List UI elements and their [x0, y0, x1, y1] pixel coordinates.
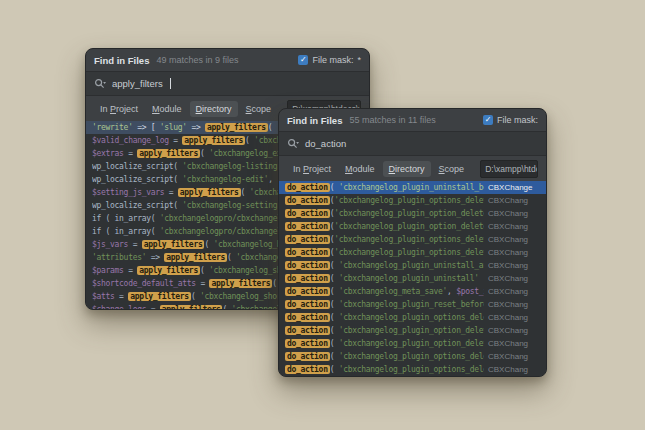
result-row[interactable]: do_action( 'cbxchangelog_plugin_reset_be…: [279, 298, 546, 311]
match-highlight: apply_filters: [137, 149, 200, 158]
file-mask-control: ✓ File mask: *: [298, 55, 361, 65]
scope-tab-in-project[interactable]: In Project: [94, 101, 144, 117]
scope-tab-in-project[interactable]: In Project: [287, 161, 337, 177]
result-row[interactable]: do_action( 'cbxchangelog_plugin_options_…: [279, 350, 546, 363]
match-highlight: apply_filters: [137, 266, 200, 275]
search-query-text: apply_filters: [112, 78, 163, 89]
result-filename: CBXChang: [484, 352, 546, 361]
result-filename: CBXChang: [484, 287, 546, 296]
result-filename: CBXChang: [484, 235, 546, 244]
match-highlight: do_action: [285, 183, 330, 192]
scope-tab-scope[interactable]: Scope: [240, 101, 278, 117]
file-mask-checkbox[interactable]: ✓: [483, 115, 493, 125]
match-highlight: apply_filters: [209, 279, 272, 288]
result-code: do_action('cbxchangelog_plugin_options_d…: [285, 235, 484, 244]
checkmark-icon: ✓: [485, 116, 492, 124]
scope-tab-scope[interactable]: Scope: [433, 161, 471, 177]
result-row[interactable]: do_action( 'cbxchangelog_plugin_options_…: [279, 363, 546, 376]
match-highlight: apply_filters: [178, 188, 241, 197]
scope-tabs: In ProjectModuleDirectoryScope: [287, 161, 470, 177]
scope-tab-module[interactable]: Module: [339, 161, 381, 177]
result-code: do_action( 'cbxchangelog_meta_save', $po…: [285, 287, 484, 296]
match-highlight: apply_filters: [142, 240, 205, 249]
match-highlight: apply_filters: [205, 123, 268, 132]
file-mask-value[interactable]: *: [357, 55, 361, 65]
result-code: do_action( 'cbxchangelog_plugin_option_d…: [285, 326, 484, 335]
result-filename: CBXChang: [484, 209, 546, 218]
match-highlight: do_action: [285, 326, 330, 335]
result-filename: CBXChang: [484, 300, 546, 309]
result-row[interactable]: do_action( 'cbxchangelog_plugin_uninstal…: [279, 272, 546, 285]
match-highlight: do_action: [285, 248, 330, 257]
result-code: do_action( 'cbxchangelog_plugin_uninstal…: [285, 274, 484, 283]
window-title: Find in Files: [94, 55, 149, 66]
desktop-background: Find in Files 49 matches in 9 files ✓ Fi…: [0, 0, 645, 430]
result-filename: CBXChang: [484, 196, 546, 205]
match-highlight: do_action: [285, 222, 330, 231]
result-code: do_action('cbxchangelog_plugin_option_de…: [285, 222, 484, 231]
match-highlight: apply_filters: [182, 136, 245, 145]
result-filename: CBXChang: [484, 222, 546, 231]
result-filename: CBXChang: [484, 274, 546, 283]
search-input[interactable]: apply_filters: [86, 71, 369, 96]
match-highlight: do_action: [285, 261, 330, 270]
match-count: 55 matches in 11 files: [349, 115, 477, 125]
match-highlight: apply_filters: [164, 253, 227, 262]
directory-path-field[interactable]: D:\xampp\htdocs\wpplugins: [480, 160, 538, 178]
window-header: Find in Files 49 matches in 9 files ✓ Fi…: [86, 49, 369, 71]
result-filename: CBXChang: [484, 339, 546, 348]
match-highlight: do_action: [285, 287, 330, 296]
results-list: do_action( 'cbxchangelog_plugin_uninstal…: [279, 181, 546, 376]
result-row[interactable]: do_action('cbxchangelog_plugin_options_d…: [279, 194, 546, 207]
window-title: Find in Files: [287, 115, 342, 126]
result-code: do_action( 'cbxchangelog_plugin_reset_be…: [285, 300, 484, 309]
result-code: do_action( 'cbxchangelog_plugin_options_…: [285, 352, 484, 361]
result-row[interactable]: do_action( 'cbxchangelog_plugin_options_…: [279, 311, 546, 324]
search-icon[interactable]: [94, 78, 106, 90]
result-row[interactable]: do_action('cbxchangelog_plugin_option_de…: [279, 207, 546, 220]
result-filename: CBXChang: [484, 261, 546, 270]
result-code: do_action( 'cbxchangelog_plugin_options_…: [285, 365, 484, 374]
scope-tabs: In ProjectModuleDirectoryScope: [94, 101, 277, 117]
file-mask-checkbox[interactable]: ✓: [298, 55, 308, 65]
match-highlight: do_action: [285, 209, 330, 218]
result-code: do_action( 'cbxchangelog_plugin_option_d…: [285, 339, 484, 348]
scope-tab-module[interactable]: Module: [146, 101, 188, 117]
scope-tab-directory[interactable]: Directory: [383, 161, 431, 177]
result-filename: CBXChange: [484, 183, 546, 192]
result-filename: CBXChang: [484, 248, 546, 257]
text-caret: [170, 78, 171, 89]
result-row[interactable]: do_action('cbxchangelog_plugin_option_de…: [279, 220, 546, 233]
match-highlight: do_action: [285, 196, 330, 205]
result-row[interactable]: do_action( 'cbxchangelog_plugin_option_d…: [279, 337, 546, 350]
result-row[interactable]: do_action( 'cbxchangelog_meta_save', $po…: [279, 285, 546, 298]
file-mask-control: ✓ File mask:: [483, 115, 538, 125]
checkmark-icon: ✓: [300, 56, 307, 64]
file-mask-label[interactable]: File mask:: [497, 115, 538, 125]
result-row[interactable]: do_action('cbxchangelog_plugin_options_d…: [279, 246, 546, 259]
file-mask-label[interactable]: File mask:: [312, 55, 353, 65]
match-highlight: do_action: [285, 365, 330, 374]
search-icon[interactable]: [287, 138, 299, 150]
result-row[interactable]: do_action( 'cbxchangelog_plugin_option_d…: [279, 324, 546, 337]
result-code: do_action( 'cbxchangelog_plugin_uninstal…: [285, 183, 484, 192]
match-highlight: do_action: [285, 235, 330, 244]
result-filename: CBXChang: [484, 313, 546, 322]
scope-tabs-row: In ProjectModuleDirectoryScope D:\xampp\…: [279, 156, 546, 181]
find-in-files-window-do-action: Find in Files 55 matches in 11 files ✓ F…: [278, 108, 547, 377]
search-input[interactable]: do_action: [279, 131, 546, 156]
result-filename: CBXChang: [484, 365, 546, 374]
match-count: 49 matches in 9 files: [156, 55, 292, 65]
result-code: do_action('cbxchangelog_plugin_options_d…: [285, 196, 484, 205]
match-highlight: do_action: [285, 274, 330, 283]
scope-tab-directory[interactable]: Directory: [190, 101, 238, 117]
result-row[interactable]: do_action('cbxchangelog_plugin_options_d…: [279, 233, 546, 246]
result-code: do_action( 'cbxchangelog_plugin_options_…: [285, 313, 484, 322]
result-filename: CBXChang: [484, 326, 546, 335]
match-highlight: apply_filters: [128, 292, 191, 301]
match-highlight: do_action: [285, 339, 330, 348]
match-highlight: do_action: [285, 352, 330, 361]
result-code: do_action('cbxchangelog_plugin_options_d…: [285, 248, 484, 257]
result-row[interactable]: do_action( 'cbxchangelog_plugin_uninstal…: [279, 259, 546, 272]
result-row[interactable]: do_action( 'cbxchangelog_plugin_uninstal…: [279, 181, 546, 194]
